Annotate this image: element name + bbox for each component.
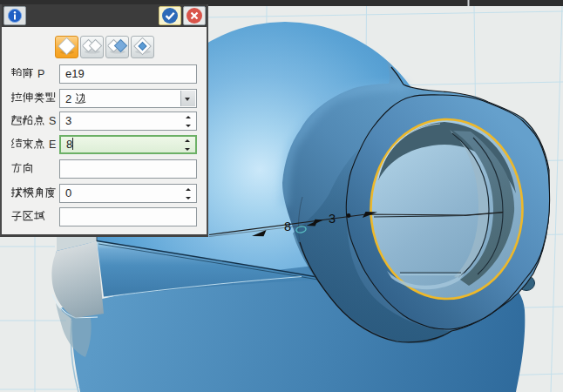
svg-text:S: S (49, 115, 56, 126)
svg-text:P: P (37, 68, 44, 79)
svg-text:2: 2 (65, 92, 71, 105)
svg-text:3: 3 (329, 212, 336, 226)
svg-text:E: E (49, 139, 56, 150)
svg-text:8: 8 (284, 220, 291, 233)
